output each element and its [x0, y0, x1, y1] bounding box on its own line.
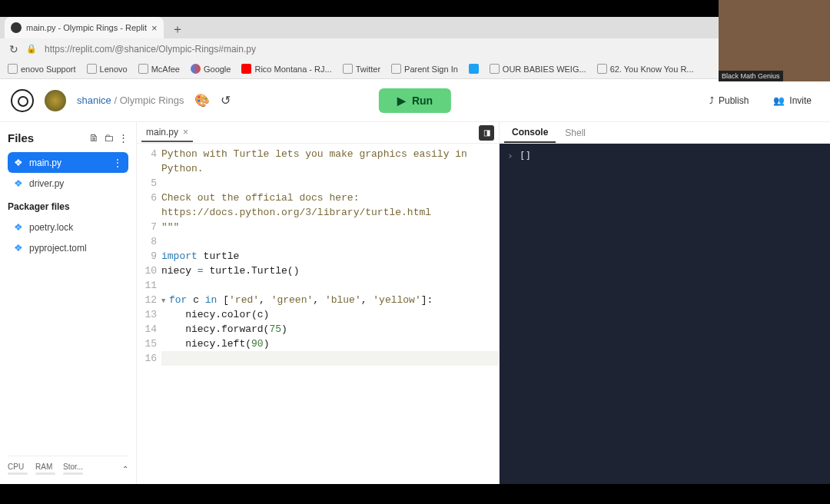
publish-button[interactable]: ⤴ Publish	[702, 91, 756, 111]
more-icon[interactable]: ⋮	[118, 132, 128, 144]
bookmark-favicon	[191, 64, 201, 74]
replit-favicon	[11, 22, 22, 33]
files-title: Files	[8, 131, 34, 144]
bookmark-item[interactable]	[469, 64, 479, 74]
files-actions: 🗎 🗀 ⋮	[89, 132, 128, 144]
bookmark-favicon	[490, 64, 500, 74]
chevron-up-icon[interactable]: ⌃	[122, 465, 128, 473]
python-file-icon: ❖	[14, 177, 23, 189]
app-header: shanice / Olympic Rings 🎨 ↺ ▶ Run ⤴ Publ…	[0, 79, 830, 122]
console-output[interactable]: › []	[500, 144, 830, 484]
output-panel: Console Shell › []	[500, 122, 830, 484]
reload-icon[interactable]: ↻	[9, 43, 18, 55]
bookmark-item[interactable]: Parent Sign In	[391, 64, 458, 74]
run-label: Run	[412, 94, 433, 107]
project-name[interactable]: Olympic Rings	[120, 94, 184, 106]
code-lines[interactable]: Python with Turtle lets you make graphic…	[161, 147, 499, 484]
python-file-icon: ❖	[14, 157, 23, 168]
address-bar-row: ↻ 🔒 https://replit.com/@shanice/Olympic-…	[0, 38, 830, 59]
close-editor-tab-icon[interactable]: ×	[183, 127, 188, 138]
bookmark-favicon	[8, 64, 18, 74]
bookmark-favicon	[469, 64, 479, 74]
packager-section: Packager files	[8, 201, 128, 212]
file-main-py[interactable]: ❖ main.py ⋮	[8, 152, 128, 173]
bookmark-item[interactable]: Twitter	[343, 64, 380, 74]
breadcrumb: shanice / Olympic Rings	[77, 94, 184, 106]
file-menu-icon[interactable]: ⋮	[113, 158, 122, 168]
replit-app: shanice / Olympic Rings 🎨 ↺ ▶ Run ⤴ Publ…	[0, 79, 830, 484]
invite-icon: 👥	[773, 95, 785, 106]
bookmark-favicon	[241, 64, 251, 74]
bookmark-item[interactable]: Google	[191, 64, 231, 74]
file-poetry-lock[interactable]: ❖ poetry.lock	[8, 217, 128, 237]
bookmark-favicon	[138, 64, 148, 74]
bookmark-favicon	[343, 64, 353, 74]
output-tabs: Console Shell	[500, 122, 830, 144]
resource-monitor[interactable]: CPU RAM Stor... ⌃	[8, 456, 128, 475]
tab-title: main.py - Olympic Rings - Replit	[26, 23, 147, 32]
close-tab-icon[interactable]: ×	[151, 22, 158, 34]
bookmark-item[interactable]: Lenovo	[87, 64, 128, 74]
letterbox-bottom	[0, 484, 830, 504]
avatar[interactable]	[45, 90, 66, 111]
new-tab-button[interactable]: ＋	[168, 20, 187, 38]
console-prompt: ›	[507, 150, 513, 161]
browser-tab[interactable]: main.py - Olympic Rings - Replit ×	[5, 17, 164, 38]
new-folder-icon[interactable]: 🗀	[104, 132, 114, 144]
bookmark-favicon	[391, 64, 401, 74]
browser-tab-strip: main.py - Olympic Rings - Replit × ＋	[0, 17, 830, 38]
editor-tab-main-py[interactable]: main.py ×	[141, 124, 193, 142]
run-button[interactable]: ▶ Run	[379, 88, 451, 113]
bookmark-item[interactable]: McAfee	[138, 64, 180, 74]
layout-toggle-icon[interactable]: ◨	[479, 125, 494, 141]
webcam-name-tag: Black Math Genius	[719, 71, 783, 81]
invite-button[interactable]: 👥 Invite	[765, 91, 819, 111]
upload-icon: ⤴	[709, 95, 714, 106]
history-icon[interactable]: ↺	[217, 93, 233, 108]
package-file-icon: ❖	[14, 221, 23, 233]
palette-icon[interactable]: 🎨	[194, 93, 210, 108]
play-icon: ▶	[397, 94, 406, 107]
bookmarks-bar: enovo SupportLenovoMcAfeeGoogleRico Mont…	[0, 59, 830, 79]
file-pyproject-toml[interactable]: ❖ pyproject.toml	[8, 237, 128, 258]
tab-console[interactable]: Console	[504, 123, 556, 143]
bookmark-favicon	[597, 64, 607, 74]
browser-chrome: main.py - Olympic Rings - Replit × ＋ ↻ 🔒…	[0, 17, 830, 59]
console-cursor: []	[520, 150, 532, 161]
header-project-icons: 🎨 ↺	[194, 93, 233, 108]
replit-logo-icon[interactable]	[11, 89, 34, 112]
storage-monitor: Stor...	[63, 463, 83, 475]
editor-tabs: main.py × ◨	[137, 122, 499, 144]
bookmark-item[interactable]: OUR BABIES WEIG...	[490, 64, 586, 74]
files-sidebar: Files 🗎 🗀 ⋮ ❖ main.py ⋮ ❖ driver.py Pack…	[0, 122, 137, 484]
header-right: ⤴ Publish 👥 Invite	[702, 91, 819, 111]
files-header: Files 🗎 🗀 ⋮	[8, 131, 128, 144]
bookmark-favicon	[87, 64, 97, 74]
user-link[interactable]: shanice	[77, 94, 111, 106]
new-file-icon[interactable]: 🗎	[89, 132, 99, 144]
bookmark-item[interactable]: enovo Support	[8, 64, 76, 74]
tab-shell[interactable]: Shell	[557, 124, 593, 142]
code-editor: main.py × ◨ 4 5 6 7 8 9 10 11 12	[137, 122, 500, 484]
letterbox-top	[0, 0, 719, 17]
address-url[interactable]: https://replit.com/@shanice/Olympic-Ring…	[45, 44, 769, 55]
webcam-overlay: Black Math Genius	[719, 0, 830, 81]
bookmark-item[interactable]: Rico Montana - RJ...	[241, 64, 331, 74]
app-body: Files 🗎 🗀 ⋮ ❖ main.py ⋮ ❖ driver.py Pack…	[0, 122, 830, 484]
file-driver-py[interactable]: ❖ driver.py	[8, 173, 128, 194]
ram-monitor: RAM	[35, 463, 55, 475]
code-area[interactable]: 4 5 6 7 8 9 10 11 12 13 14 15 16	[137, 144, 499, 484]
bookmark-item[interactable]: 62. You Know You R...	[597, 64, 694, 74]
line-gutter: 4 5 6 7 8 9 10 11 12 13 14 15 16	[137, 147, 161, 484]
package-file-icon: ❖	[14, 242, 23, 254]
lock-icon[interactable]: 🔒	[26, 44, 37, 54]
cpu-monitor: CPU	[8, 463, 28, 475]
